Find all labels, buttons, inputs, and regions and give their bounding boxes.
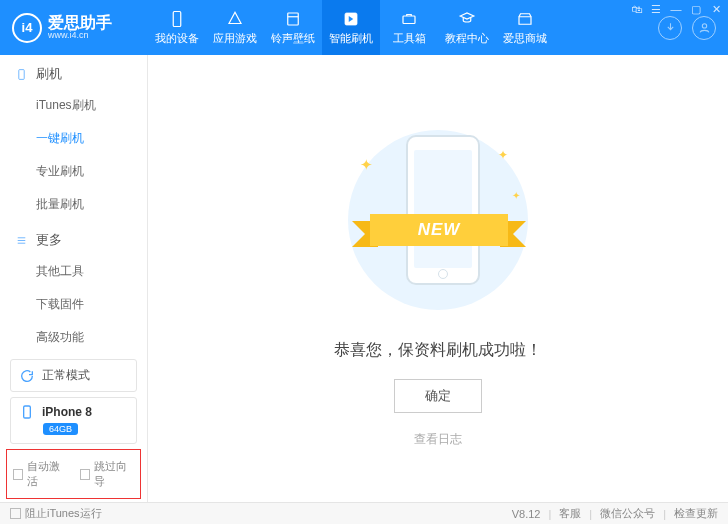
skip-wizard-checkbox[interactable]: 跳过向导 <box>80 459 135 489</box>
svg-rect-0 <box>173 11 181 26</box>
top-nav: 我的设备 应用游戏 铃声壁纸 智能刷机 工具箱 教程中心 爱思商城 <box>148 0 658 55</box>
version-label: V8.12 <box>512 508 541 520</box>
star-icon: ✦ <box>498 148 508 162</box>
refresh-icon <box>19 368 35 384</box>
app-logo: i4 爱思助手 www.i4.cn <box>0 0 148 55</box>
view-log-link[interactable]: 查看日志 <box>414 431 462 448</box>
storage-badge: 64GB <box>43 423 78 435</box>
section-more: 更多 <box>0 221 147 255</box>
phone-small-icon <box>19 404 35 420</box>
download-button[interactable] <box>658 16 682 40</box>
tools-icon <box>399 10 419 28</box>
menu-lines-icon <box>14 233 28 247</box>
auto-activate-checkbox[interactable]: 自动激活 <box>13 459 68 489</box>
app-name: 爱思助手 <box>48 14 112 32</box>
user-button[interactable] <box>692 16 716 40</box>
footer-link-support[interactable]: 客服 <box>559 506 581 521</box>
success-illustration: ✦ ✦ ✦ NEW <box>338 120 538 320</box>
device-icon <box>167 10 187 28</box>
nav-device[interactable]: 我的设备 <box>148 0 206 55</box>
menu-icon[interactable]: ☰ <box>650 3 662 15</box>
nav-label: 工具箱 <box>393 31 426 46</box>
sidebar-item-pro[interactable]: 专业刷机 <box>36 155 147 188</box>
minimize-icon[interactable]: — <box>670 3 682 15</box>
svg-rect-3 <box>403 16 415 24</box>
sidebar-item-itunes[interactable]: iTunes刷机 <box>36 89 147 122</box>
section-title: 更多 <box>36 231 62 249</box>
ok-button[interactable]: 确定 <box>394 379 482 413</box>
star-icon: ✦ <box>360 156 373 174</box>
footer-link-update[interactable]: 检查更新 <box>674 506 718 521</box>
options-box: 自动激活 跳过向导 <box>6 449 141 499</box>
store-icon <box>515 10 535 28</box>
cart-icon[interactable]: 🛍 <box>630 3 642 15</box>
tutorial-icon <box>457 10 477 28</box>
nav-tutorial[interactable]: 教程中心 <box>438 0 496 55</box>
success-message: 恭喜您，保资料刷机成功啦！ <box>334 340 542 361</box>
nav-ring[interactable]: 铃声壁纸 <box>264 0 322 55</box>
ribbon-text: NEW <box>370 214 508 246</box>
nav-label: 应用游戏 <box>213 31 257 46</box>
svg-rect-6 <box>24 406 31 418</box>
logo-glyph: i4 <box>12 13 42 43</box>
phone-icon <box>14 67 28 81</box>
section-flash: 刷机 <box>0 55 147 89</box>
sidebar-item-batch[interactable]: 批量刷机 <box>36 188 147 221</box>
apps-icon <box>225 10 245 28</box>
svg-rect-1 <box>288 13 299 25</box>
device-name: iPhone 8 <box>42 405 92 419</box>
nav-label: 爱思商城 <box>503 31 547 46</box>
sidebar-item-oneclick[interactable]: 一键刷机 <box>36 122 147 155</box>
nav-tools[interactable]: 工具箱 <box>380 0 438 55</box>
svg-rect-5 <box>18 69 23 79</box>
nav-label: 铃声壁纸 <box>271 31 315 46</box>
ring-icon <box>283 10 303 28</box>
stop-itunes-checkbox[interactable]: 阻止iTunes运行 <box>10 506 102 521</box>
mode-card[interactable]: 正常模式 <box>10 359 137 392</box>
device-card[interactable]: iPhone 8 64GB <box>10 397 137 444</box>
footer-link-wechat[interactable]: 微信公众号 <box>600 506 655 521</box>
nav-label: 我的设备 <box>155 31 199 46</box>
mode-label: 正常模式 <box>42 367 90 384</box>
svg-point-4 <box>702 24 706 28</box>
maximize-icon[interactable]: ▢ <box>690 3 702 15</box>
sidebar-item-advanced[interactable]: 高级功能 <box>36 321 147 354</box>
sidebar-item-firmware[interactable]: 下载固件 <box>36 288 147 321</box>
star-icon: ✦ <box>512 190 520 201</box>
flash-icon <box>341 10 361 28</box>
nav-label: 教程中心 <box>445 31 489 46</box>
sidebar-item-other[interactable]: 其他工具 <box>36 255 147 288</box>
section-title: 刷机 <box>36 65 62 83</box>
nav-label: 智能刷机 <box>329 31 373 46</box>
close-icon[interactable]: ✕ <box>710 3 722 15</box>
nav-flash[interactable]: 智能刷机 <box>322 0 380 55</box>
app-url: www.i4.cn <box>48 31 112 41</box>
nav-apps[interactable]: 应用游戏 <box>206 0 264 55</box>
new-ribbon: NEW <box>352 208 526 252</box>
nav-store[interactable]: 爱思商城 <box>496 0 554 55</box>
